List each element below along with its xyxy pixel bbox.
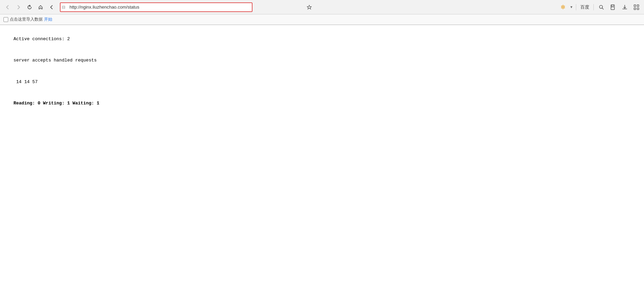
nav-divider2 [593,4,594,10]
import-checkbox[interactable] [3,17,8,22]
forward-button[interactable] [14,2,23,12]
baidu-button[interactable]: 百度 [579,3,591,11]
page-content: Active connections: 2 server accepts han… [0,25,644,266]
nav-right: ❄ ▼ 百度 [558,2,641,12]
reading-list-button[interactable] [608,2,618,12]
svg-line-1 [602,8,604,9]
refresh-button[interactable] [25,2,34,12]
search-button[interactable] [597,2,606,12]
home-button[interactable] [36,2,45,12]
bookmark-bar: 点击这里导入数据 开始 [0,14,644,25]
address-input[interactable] [60,2,253,12]
back-button[interactable] [3,2,12,12]
numbers-line: 14 14 57 [13,79,37,84]
nav-divider [576,4,576,10]
address-bar-container: ⊟ [60,2,301,12]
nav-bar: ⊟ ❄ ▼ 百度 [0,0,644,14]
baidu-label: 百度 [580,4,589,10]
history-button[interactable] [47,2,56,12]
active-connections-line: Active connections: 2 [13,36,70,42]
import-label: 点击这里导入数据 [10,16,43,22]
menu-button[interactable] [632,2,641,12]
svg-rect-6 [637,8,639,10]
svg-rect-5 [634,8,636,10]
nginx-status-output: Active connections: 2 server accepts han… [3,29,641,114]
download-button[interactable] [620,2,630,12]
extension-icon-button[interactable]: ❄ [558,2,568,12]
svg-rect-4 [637,5,639,7]
snowflake-icon: ❄ [560,3,566,11]
dropdown-arrow: ▼ [570,5,573,9]
reader-icon: ⊟ [62,5,65,10]
browser-chrome: ⊟ ❄ ▼ 百度 [0,0,644,25]
star-button[interactable] [304,2,314,12]
svg-rect-3 [634,5,636,7]
server-accepts-line: server accepts handled requests [13,58,97,63]
start-link[interactable]: 开始 [44,16,52,22]
reading-writing-line: Reading: 0 Writing: 1 Waiting: 1 [13,101,99,106]
